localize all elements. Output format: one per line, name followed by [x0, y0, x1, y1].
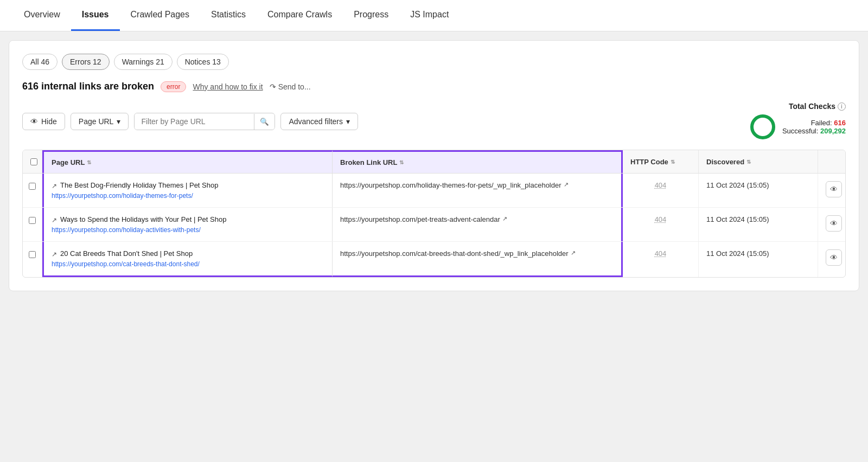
tab-errors[interactable]: Errors 12 [62, 54, 110, 70]
page-url-link[interactable]: https://yourpetshop.com/holiday-themes-f… [52, 192, 324, 200]
page-url-dropdown[interactable]: Page URL ▾ [71, 113, 129, 130]
error-badge: error [161, 81, 186, 92]
filter-tabs: All 46 Errors 12 Warnings 21 Notices 13 [22, 54, 846, 70]
td-page-url: ↗ 20 Cat Breeds That Don't Shed | Pet Sh… [42, 242, 333, 277]
td-eye: 👁 [818, 174, 845, 207]
nav-js-impact[interactable]: JS Impact [399, 0, 459, 31]
external-link-icon: ↗ [52, 216, 57, 224]
external-link-icon: ↗ [52, 251, 57, 258]
why-fix-link[interactable]: Why and how to fix it [193, 82, 263, 91]
issue-header: 616 internal links are broken error Why … [22, 81, 846, 92]
page-url-link[interactable]: https://yourpetshop.com/holiday-activiti… [52, 226, 324, 234]
th-broken-link[interactable]: Broken Link URL ⇅ [333, 150, 623, 173]
row-checkbox[interactable] [29, 182, 36, 190]
sort-icon: ⇅ [746, 159, 751, 165]
search-icon: 🔍 [260, 118, 269, 126]
td-broken-url: https://yourpetshop.com/holiday-themes-f… [333, 174, 623, 207]
hide-button[interactable]: 👁 Hide [22, 113, 65, 130]
main-panel: All 46 Errors 12 Warnings 21 Notices 13 … [9, 40, 859, 291]
eye-icon: 👁 [830, 219, 838, 228]
th-page-url[interactable]: Page URL ⇅ [42, 150, 333, 173]
sort-icon: ⇅ [87, 159, 91, 165]
total-checks-panel: Total Checks i Failed: 616 Successful: 2… [749, 102, 846, 141]
external-link-icon: ↗ [571, 249, 576, 256]
td-eye: 👁 [818, 208, 845, 241]
send-icon: ↷ [270, 82, 276, 91]
donut-chart [749, 113, 777, 141]
filter-input-wrap: 🔍 [134, 113, 275, 130]
checks-text: Failed: 616 Successful: 209,292 [782, 119, 846, 135]
filter-input[interactable] [135, 113, 254, 130]
td-broken-url: https://yourpetshop.com/pet-treats-adven… [333, 208, 623, 241]
top-navigation: Overview Issues Crawled Pages Statistics… [0, 0, 868, 31]
nav-crawled-pages[interactable]: Crawled Pages [120, 0, 201, 31]
view-button[interactable]: 👁 [826, 181, 842, 197]
view-button[interactable]: 👁 [826, 215, 842, 232]
table-row: ↗ 20 Cat Breeds That Don't Shed | Pet Sh… [23, 242, 845, 277]
td-page-url: ↗ Ways to Spend the Holidays with Your P… [42, 208, 333, 241]
nav-statistics[interactable]: Statistics [200, 0, 257, 31]
th-actions [818, 150, 845, 173]
chevron-down-icon: ▾ [346, 117, 350, 126]
eye-icon: 👁 [30, 117, 38, 126]
issues-table: Page URL ⇅ Broken Link URL ⇅ HTTP Code ⇅… [22, 150, 846, 278]
tab-notices[interactable]: Notices 13 [177, 54, 229, 70]
sort-icon: ⇅ [671, 159, 675, 165]
svg-point-1 [752, 116, 774, 138]
external-link-icon: ↗ [52, 182, 57, 190]
td-http-code: 404 [623, 174, 699, 207]
td-discovered: 11 Oct 2024 (15:05) [699, 174, 818, 207]
advanced-filters-button[interactable]: Advanced filters ▾ [280, 113, 358, 130]
nav-overview[interactable]: Overview [13, 0, 71, 31]
tab-warnings[interactable]: Warnings 21 [114, 54, 173, 70]
issue-title: 616 internal links are broken [22, 81, 154, 92]
th-checkbox [23, 150, 42, 173]
table-row: ↗ The Best Dog-Friendly Holiday Themes |… [23, 174, 845, 208]
nav-issues[interactable]: Issues [71, 0, 120, 31]
eye-icon: 👁 [830, 185, 838, 194]
th-http-code[interactable]: HTTP Code ⇅ [623, 150, 699, 173]
row-checkbox[interactable] [29, 251, 36, 259]
table-header: Page URL ⇅ Broken Link URL ⇅ HTTP Code ⇅… [23, 150, 845, 174]
td-broken-url: https://yourpetshop.com/cat-breeds-that-… [333, 242, 623, 277]
search-button[interactable]: 🔍 [254, 114, 275, 130]
send-to-button[interactable]: ↷ Send to... [270, 82, 311, 91]
external-link-icon: ↗ [564, 181, 569, 188]
controls-row: 👁 Hide Page URL ▾ 🔍 Advanced filters ▾ T… [22, 102, 846, 141]
info-icon: i [838, 102, 846, 111]
td-checkbox [23, 208, 42, 241]
td-discovered: 11 Oct 2024 (15:05) [699, 208, 818, 241]
row-checkbox[interactable] [29, 216, 36, 224]
external-link-icon: ↗ [502, 215, 507, 222]
eye-icon: 👁 [830, 253, 838, 262]
select-all-checkbox[interactable] [30, 158, 37, 166]
td-page-url: ↗ The Best Dog-Friendly Holiday Themes |… [42, 174, 333, 207]
th-discovered[interactable]: Discovered ⇅ [699, 150, 818, 173]
td-checkbox [23, 174, 42, 207]
page-url-link[interactable]: https://yourpetshop.com/cat-breeds-that-… [52, 260, 324, 268]
nav-compare-crawls[interactable]: Compare Crawls [257, 0, 343, 31]
td-discovered: 11 Oct 2024 (15:05) [699, 242, 818, 277]
sort-icon: ⇅ [399, 159, 404, 165]
td-eye: 👁 [818, 242, 845, 277]
td-http-code: 404 [623, 208, 699, 241]
td-checkbox [23, 242, 42, 277]
controls-left: 👁 Hide Page URL ▾ 🔍 Advanced filters ▾ [22, 113, 358, 130]
view-button[interactable]: 👁 [826, 249, 842, 266]
nav-progress[interactable]: Progress [343, 0, 399, 31]
table-row: ↗ Ways to Spend the Holidays with Your P… [23, 208, 845, 242]
tab-all[interactable]: All 46 [22, 54, 58, 70]
chevron-down-icon: ▾ [117, 117, 120, 126]
td-http-code: 404 [623, 242, 699, 277]
